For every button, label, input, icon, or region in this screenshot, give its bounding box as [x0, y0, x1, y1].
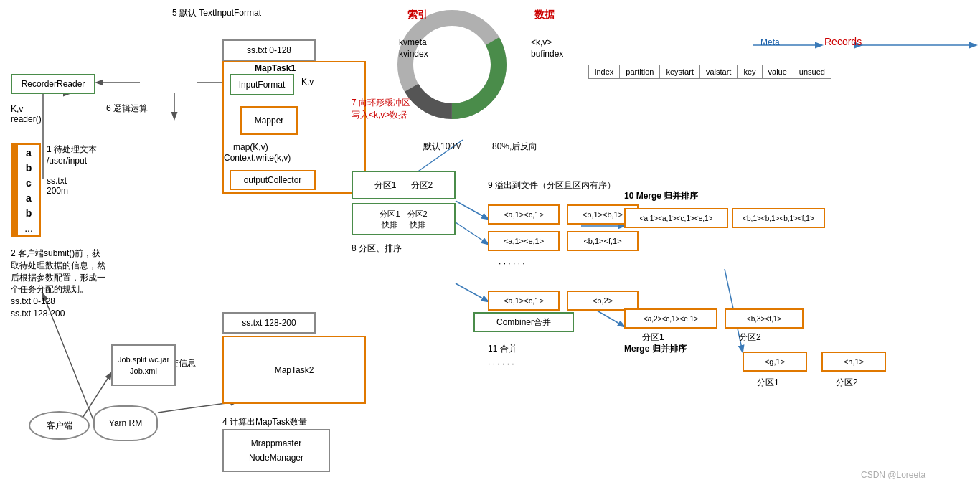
dots2-label: · · · · · ·	[488, 359, 514, 369]
context-write-label: Context.write(k,v)	[224, 153, 291, 163]
maptask1-label: MapTask1	[255, 63, 296, 73]
spill-r1c1: <a,1><c,1>	[488, 204, 560, 225]
merge1-c2: <b,1><b,1><b,1><f,1>	[732, 208, 825, 228]
default100m-label: 默认100M	[423, 141, 462, 153]
client-oval: 客户端	[29, 411, 90, 440]
col-keystart: keystart	[660, 65, 700, 79]
step11-label: 11 合并	[488, 343, 517, 355]
kv-data-label: <k,v>	[531, 37, 552, 47]
step7-label: 7 向环形缓冲区写入<k,v>数据	[352, 97, 416, 121]
col-value: value	[762, 65, 793, 79]
bufindex-label: bufindex	[531, 49, 563, 59]
svg-point-27	[420, 33, 484, 96]
step10-label: 10 Merge 归并排序	[624, 190, 698, 202]
col-valstart: valstart	[699, 65, 737, 79]
partition-sort-box: 分区1快排 分区2快排	[352, 203, 456, 235]
combiner-merge-box: Combiner合并	[473, 312, 574, 332]
svg-line-9	[456, 222, 488, 244]
dots1-label: · · · · · ·	[499, 258, 525, 268]
index-label: 索引	[407, 9, 428, 22]
merge3-c1-wrapper: <g,1>	[743, 352, 807, 372]
spill-r2c1: <a,1><e,1>	[488, 231, 560, 251]
zone2-label: 分区2	[739, 331, 761, 344]
svg-line-8	[456, 201, 488, 219]
kvmeta-label: kvmeta	[399, 37, 427, 47]
col-key: key	[738, 65, 762, 79]
step9-label: 9 溢出到文件（分区且区内有序）	[488, 179, 616, 192]
zone1b-label: 分区1	[757, 377, 779, 389]
meta-records-table: index partition keystart valstart key va…	[588, 65, 831, 79]
step1-label: 1 待处理文本/user/inputss.txt200m	[47, 143, 169, 196]
combiner-r3c2: <b,2>	[567, 291, 639, 311]
step6-label: 6 逻辑运算	[106, 103, 148, 115]
data-label: 数据	[534, 9, 555, 22]
maptask2-box: MapTask2	[222, 336, 366, 404]
mrappmaster-box: Mrappmaster NodeManager	[222, 429, 330, 472]
combiner-r3c1: <a,1><c,1>	[488, 291, 560, 311]
step2-label: 2 客户端submit()前，获取待处理数据的信息，然后根据参数配置，形成一个任…	[11, 248, 154, 320]
step8-label: 8 分区、排序	[352, 242, 402, 255]
jobsplit-box: Job.split wc.jar Job.xml	[111, 344, 176, 386]
merge2-c1: <a,2><c,1><e,1>	[624, 308, 717, 329]
partition-top-box: 分区1 分区2	[352, 171, 456, 199]
zone1-label: 分区1	[642, 331, 664, 344]
step4-label: 4 计算出MapTask数量	[222, 416, 307, 428]
outputcollector-box: outputCollector	[230, 170, 316, 190]
kv-label: K,v	[301, 77, 314, 87]
kvindex-label: kvindex	[399, 49, 428, 59]
ss-file2-box: ss.txt 128-200	[222, 312, 316, 334]
records-label: Records	[824, 36, 862, 47]
merge3-c2-wrapper: <h,1>	[821, 352, 886, 372]
merge1-c1: <a,1><a,1><c,1><e,1>	[624, 208, 728, 228]
zone2b-label: 分区2	[836, 377, 858, 389]
spill-r2c2: <b,1><f,1>	[567, 231, 639, 251]
percent80-label: 80%,后反向	[492, 141, 537, 153]
merge2-label: <a,2><c,1><e,1>	[624, 308, 717, 329]
merge3-c2: <h,1>	[821, 352, 886, 372]
merge-sort2-label: Merge 归并排序	[624, 343, 687, 355]
svg-line-12	[456, 283, 488, 301]
file-block: a b c a b ...	[11, 143, 41, 237]
recorderreader-box: RecorderReader	[11, 74, 95, 94]
meta-label: Meta	[760, 37, 780, 47]
csdn-label: CSDN @Loreeta	[861, 470, 925, 480]
yarn-rm-cloud: Yarn RM	[93, 405, 158, 441]
merge2-c2-wrapper: <b,3><f,1>	[725, 308, 804, 329]
merge2-c2: <b,3><f,1>	[725, 308, 804, 329]
mapkv-label: map(K,v)	[233, 142, 268, 152]
step5-label: 5 默认 TextInputFormat	[172, 7, 261, 19]
mapper-box: Mapper	[240, 106, 298, 135]
merge3-c1: <g,1>	[743, 352, 807, 372]
col-index: index	[589, 65, 620, 79]
col-unused: unsued	[793, 65, 831, 79]
kv-reader-label: K,vreader()	[11, 104, 42, 124]
col-partition: partition	[620, 65, 660, 79]
ss-file1-box: ss.txt 0-128	[222, 39, 316, 61]
inputformat-box: InputFormat	[230, 74, 294, 95]
